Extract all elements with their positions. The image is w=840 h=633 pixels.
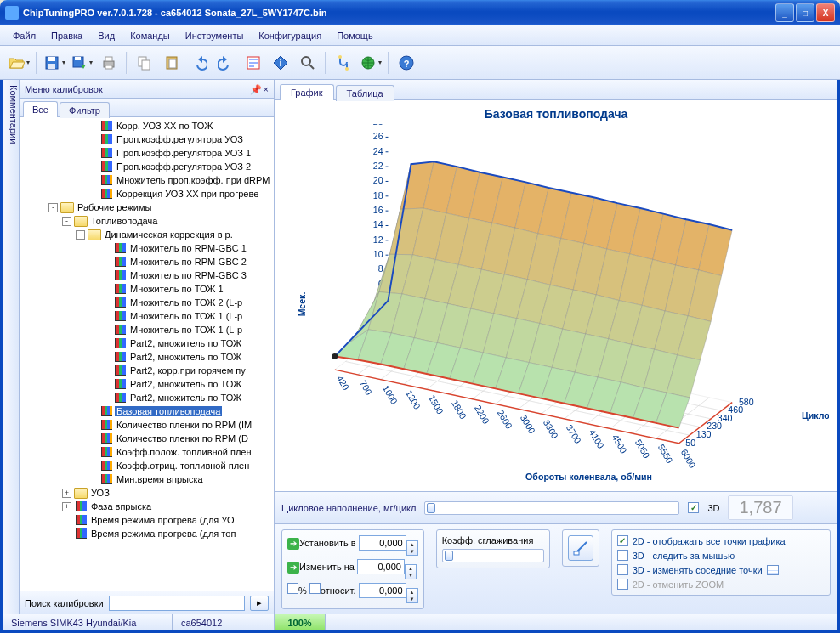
folder-icon — [74, 215, 88, 227]
tab-table[interactable]: Таблица — [336, 85, 394, 101]
menu-help[interactable]: Помощь — [331, 28, 379, 43]
connect-button[interactable] — [332, 51, 355, 75]
zoom-button[interactable] — [296, 51, 320, 75]
save-as-button[interactable] — [70, 51, 94, 75]
percent-input[interactable] — [359, 583, 406, 598]
smooth-apply-button[interactable] — [568, 535, 593, 561]
tree-item[interactable]: Part2, множитель по ТОЖ — [20, 336, 274, 350]
tree-item[interactable]: Part2, множитель по ТОЖ — [20, 377, 274, 391]
tree-item[interactable]: Множитель по RPM-GBC 2 — [20, 255, 274, 268]
tree-item[interactable]: Множитель проп.коэфф. при dRPM — [20, 173, 274, 187]
tab-all[interactable]: Все — [23, 101, 58, 117]
menu-view[interactable]: Вид — [92, 28, 121, 43]
set-arrow-icon: ➔ — [287, 538, 299, 550]
undo-button[interactable] — [187, 51, 211, 75]
surface-chart[interactable]: 3230282624222018161412108642 Мсек. 42070… — [283, 124, 829, 484]
svg-text:22: 22 — [373, 161, 383, 171]
menu-commands[interactable]: Команды — [124, 28, 176, 43]
tree-item[interactable]: Множитель по ТОЖ 1 — [20, 282, 274, 296]
open-button[interactable] — [7, 51, 31, 75]
help-button[interactable]: ? — [394, 51, 418, 75]
percent-checkbox[interactable] — [287, 583, 298, 594]
tree-item[interactable]: Множитель по ТОЖ 2 (L-p — [20, 296, 274, 309]
tree-item-label: Мин.время впрыска — [115, 474, 205, 484]
tree-item[interactable]: Множитель по ТОЖ 1 (L-p — [20, 323, 274, 336]
menu-config[interactable]: Конфигурация — [253, 28, 327, 43]
chart-icon — [113, 378, 127, 390]
svg-marker-66 — [610, 421, 644, 433]
svg-marker-65 — [587, 415, 621, 428]
redo-button[interactable] — [214, 51, 238, 75]
svg-marker-128 — [699, 398, 733, 410]
3d-label: 3D — [707, 503, 719, 513]
globe-button[interactable] — [359, 51, 383, 75]
tree-item[interactable]: Коэфф.отриц. топливной плен — [20, 459, 274, 472]
svg-text:2200: 2200 — [473, 403, 491, 426]
tree-item[interactable]: Множитель по ТОЖ 1 (L-p — [20, 309, 274, 323]
panel-header: Меню калибровок 📌 × — [20, 80, 274, 99]
percent-spinner[interactable]: ▲▼ — [406, 588, 418, 603]
tree-item[interactable]: Part2, множитель по ТОЖ — [20, 391, 274, 404]
save-button[interactable] — [43, 51, 66, 75]
y-slider[interactable] — [424, 501, 679, 515]
set-input[interactable] — [359, 535, 406, 551]
3d-checkbox[interactable]: ✓ — [688, 502, 699, 513]
tree-item[interactable]: Коррекция УОЗ XX при прогреве — [20, 187, 274, 201]
opt2-checkbox[interactable] — [617, 550, 628, 561]
search-input[interactable] — [109, 596, 245, 611]
calibrations-tree[interactable]: Корр. УОЗ XX по ТОЖПроп.коэфф.регулятора… — [20, 117, 274, 591]
display-options-group: ✓2D - отображать все точки графика 3D - … — [611, 529, 831, 596]
copy-button[interactable] — [133, 51, 156, 75]
grid-icon[interactable] — [767, 565, 779, 575]
menu-edit[interactable]: Правка — [45, 28, 88, 43]
tree-item[interactable]: Проп.коэфф.регулятора УОЗ 2 — [20, 160, 274, 173]
tree-item[interactable]: Множитель по RPM-GBC 1 — [20, 241, 274, 255]
relative-checkbox[interactable] — [309, 583, 321, 594]
tree-item[interactable]: +УОЗ — [20, 486, 274, 500]
tree-item[interactable]: -Топливоподача — [20, 214, 274, 228]
pin-icon[interactable]: 📌 — [250, 84, 260, 94]
tree-item[interactable]: Время режима прогрева (для УО — [20, 513, 274, 527]
tree-item[interactable]: -Рабочие режимы — [20, 201, 274, 214]
tree-item[interactable]: Количество пленки по RPM (D — [20, 432, 274, 445]
tree-item[interactable]: Мин.время впрыска — [20, 472, 274, 486]
tree-item-label: Динамическая коррекция в р. — [103, 229, 235, 240]
tab-graph[interactable]: График — [280, 84, 334, 100]
tree-item[interactable]: +Фаза впрыска — [20, 500, 274, 513]
print-button[interactable] — [97, 51, 121, 75]
menu-tools[interactable]: Инструменты — [179, 28, 250, 43]
tab-filter[interactable]: Фильтр — [60, 102, 110, 118]
tree-item[interactable]: Part2, множитель по ТОЖ — [20, 350, 274, 364]
svg-text:28: 28 — [373, 124, 383, 127]
maximize-button[interactable]: □ — [796, 3, 814, 22]
tree-item[interactable]: Коэфф.полож. топливной плен — [20, 445, 274, 459]
menu-file[interactable]: Файл — [7, 28, 42, 43]
change-input[interactable] — [357, 559, 405, 574]
tree-item[interactable]: Проп.коэфф.регулятора УОЗ — [20, 133, 274, 146]
properties-button[interactable] — [241, 51, 265, 75]
chart2-icon — [99, 419, 113, 431]
info-button[interactable]: i — [269, 51, 292, 75]
svg-text:1500: 1500 — [427, 393, 446, 416]
change-spinner[interactable]: ▲▼ — [405, 564, 417, 579]
panel-close-icon[interactable]: × — [264, 84, 269, 94]
minimize-button[interactable]: _ — [775, 3, 794, 22]
tree-item[interactable]: Проп.коэфф.регулятора УОЗ 1 — [20, 146, 274, 160]
tree-item[interactable]: Корр. УОЗ XX по ТОЖ — [20, 119, 274, 133]
tree-item[interactable]: Множитель по RPM-GBC 3 — [20, 268, 274, 282]
tree-item[interactable]: Количество пленки по RPM (IM — [20, 418, 274, 432]
set-spinner[interactable]: ▲▼ — [406, 540, 418, 556]
comments-sidetab[interactable]: Комментарии — [3, 80, 20, 614]
close-button[interactable]: X — [816, 3, 835, 22]
tree-item[interactable]: Время режима прогрева (для топ — [20, 527, 274, 540]
tree-item[interactable]: Базовая топливоподача — [20, 404, 274, 418]
paste-button[interactable] — [160, 51, 184, 75]
opt3-checkbox[interactable] — [617, 564, 628, 575]
tree-item[interactable]: -Динамическая коррекция в р. — [20, 228, 274, 241]
search-go-button[interactable]: ▸ — [250, 596, 269, 611]
opt1-checkbox[interactable]: ✓ — [617, 535, 628, 546]
svg-rect-6 — [105, 57, 112, 61]
tree-item-label: Время режима прогрева (для топ — [89, 528, 237, 539]
tree-item[interactable]: Part2, корр.при горячем пу — [20, 364, 274, 377]
smooth-slider[interactable] — [442, 549, 544, 562]
